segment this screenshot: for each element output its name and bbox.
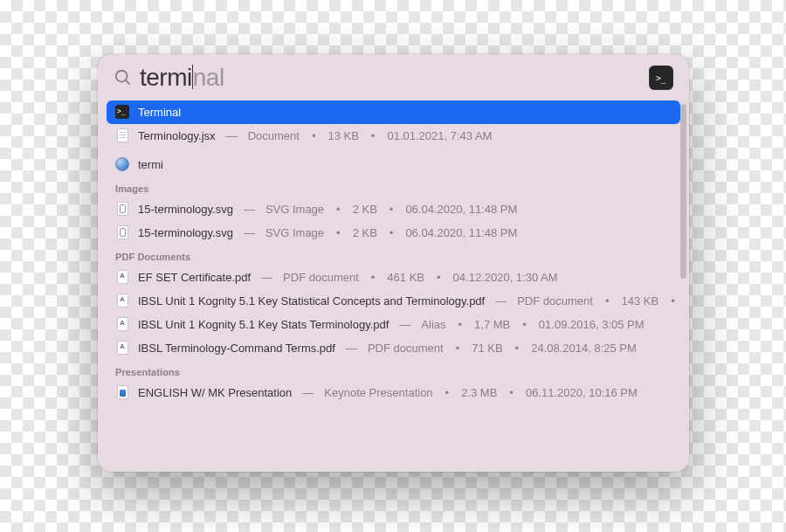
- terminal-icon: >_: [115, 105, 129, 119]
- result-title: termi: [138, 158, 163, 171]
- result-item[interactable]: EF SET Certificate.pdf—PDF document•461 …: [107, 266, 680, 289]
- result-size: 2 KB: [353, 203, 377, 216]
- result-title: 15-terminology.svg: [138, 226, 233, 239]
- pdf-file-icon: [115, 270, 129, 284]
- result-date: 06.11.2020, 10:16 PM: [526, 386, 638, 399]
- search-icon: [114, 67, 134, 88]
- result-title: 15-terminology.svg: [138, 203, 233, 216]
- result-kind: PDF document: [283, 271, 359, 284]
- svg-file-icon: [115, 225, 129, 239]
- result-size: 143 KB: [621, 294, 658, 307]
- result-size: 13 KB: [328, 129, 358, 142]
- result-title: ENGLISH W/ MK Presentation: [138, 386, 292, 399]
- globe-icon: [115, 157, 129, 171]
- result-date: 01.01.2021, 7:43 AM: [387, 129, 492, 142]
- result-kind: SVG Image: [265, 203, 324, 216]
- svg-point-0: [116, 71, 128, 82]
- terminal-icon: >_: [656, 73, 666, 83]
- search-typed-text: termi: [140, 64, 192, 91]
- result-size: 71 KB: [472, 342, 502, 355]
- result-title: Terminology.jsx: [138, 129, 216, 142]
- section-header: Images: [107, 176, 680, 197]
- keynote-file-icon: [115, 385, 129, 399]
- result-kind: Keynote Presentation: [324, 386, 432, 399]
- result-size: 461 KB: [387, 271, 424, 284]
- svg-file-icon: [115, 202, 129, 216]
- search-completion-text: nal: [193, 64, 224, 91]
- result-size: 1,7 MB: [474, 318, 510, 331]
- result-item[interactable]: Terminology.jsx — Document • 13 KB • 01.…: [107, 124, 680, 148]
- result-title: EF SET Certificate.pdf: [138, 271, 251, 284]
- result-kind: PDF document: [517, 294, 593, 307]
- pdf-file-icon: [115, 341, 129, 355]
- result-size: 2 KB: [353, 226, 377, 239]
- result-title: IBSL Unit 1 Kognity 5.1 Key Stats Termin…: [138, 318, 389, 331]
- results-list: >_ Terminal Terminology.jsx — Document •…: [98, 100, 689, 466]
- result-item[interactable]: 15-terminology.svg—SVG Image•2 KB•06.04.…: [107, 197, 680, 221]
- section-header: Presentations: [107, 360, 680, 381]
- result-date: 24.08.2014, 8:25 PM: [531, 342, 637, 355]
- result-item[interactable]: ENGLISH W/ MK Presentation—Keynote Prese…: [107, 381, 680, 404]
- svg-line-1: [126, 80, 130, 85]
- result-date: 06.04.2020, 11:48 PM: [405, 203, 517, 216]
- document-icon: [115, 128, 129, 142]
- top-hit-app-icon: >_: [649, 66, 673, 90]
- result-kind: Alias: [421, 318, 445, 331]
- result-item[interactable]: IBSL Unit 1 Kognity 5.1 Key Stats Termin…: [107, 313, 680, 336]
- pdf-file-icon: [115, 317, 129, 331]
- result-kind: Document: [248, 129, 300, 142]
- result-item[interactable]: IBSL Unit 1 Kognity 5.1 Key Statistical …: [107, 289, 680, 313]
- result-date: 06.04.2020, 11:48 PM: [405, 226, 517, 239]
- pdf-file-icon: [115, 294, 129, 307]
- section-header: PDF Documents: [107, 245, 680, 266]
- result-title: IBSL Unit 1 Kognity 5.1 Key Statistical …: [138, 294, 485, 307]
- result-web-suggestion[interactable]: termi: [107, 153, 680, 176]
- result-item[interactable]: IBSL Terminology-Command Terms.pdf—PDF d…: [107, 336, 680, 360]
- result-title: IBSL Terminology-Command Terms.pdf: [138, 342, 335, 355]
- result-date: 04.12.2020, 1:30 AM: [453, 271, 558, 284]
- result-kind: PDF document: [368, 342, 444, 355]
- spotlight-panel: terminal >_ >_ Terminal Terminology.jsx …: [98, 54, 689, 472]
- result-top-hit[interactable]: >_ Terminal: [107, 100, 680, 124]
- result-size: 2.3 MB: [461, 386, 497, 399]
- search-input[interactable]: terminal: [140, 65, 644, 92]
- search-row: terminal >_: [98, 54, 689, 100]
- result-kind: SVG Image: [265, 226, 324, 239]
- result-date: 01.09.2016, 3:05 PM: [539, 318, 645, 331]
- scrollbar-thumb[interactable]: [680, 104, 686, 279]
- result-title: Terminal: [138, 106, 181, 119]
- result-item[interactable]: 15-terminology.svg—SVG Image•2 KB•06.04.…: [107, 221, 680, 245]
